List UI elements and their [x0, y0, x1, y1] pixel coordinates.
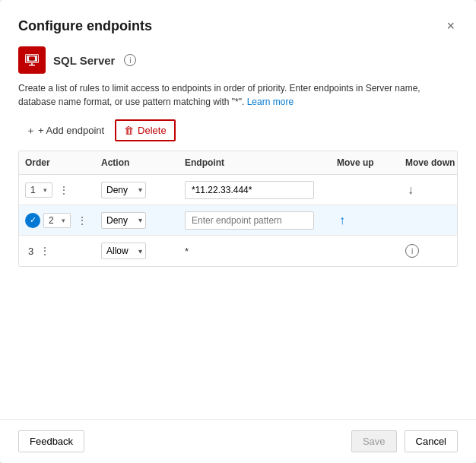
- action-cell-1: Deny Allow: [95, 177, 179, 203]
- endpoints-table: Order Action Endpoint Move up Move down …: [18, 151, 458, 267]
- order-value-1: 1: [30, 185, 36, 195]
- learn-more-link[interactable]: Learn more: [247, 97, 294, 107]
- order-cell-1: 1 ▾ ⋮: [19, 178, 95, 202]
- order-cell-2: ✓ 2 ▾ ⋮: [19, 208, 95, 233]
- order-chevron-1: ▾: [43, 186, 47, 194]
- order-chevron-2: ▾: [62, 217, 65, 224]
- save-button: Save: [351, 430, 397, 452]
- move-up-cell-2: ↑: [331, 207, 399, 234]
- action-select-3[interactable]: Allow Deny: [101, 243, 146, 259]
- row-menu-1[interactable]: ⋮: [56, 182, 72, 198]
- move-down-cell-2: [399, 216, 458, 225]
- delete-button[interactable]: 🗑 Delete: [115, 119, 176, 141]
- col-order: Order: [19, 157, 95, 168]
- cancel-button[interactable]: Cancel: [405, 430, 458, 452]
- order-value-3: 3: [25, 246, 33, 257]
- action-cell-3: Allow Deny: [95, 238, 179, 264]
- endpoint-input-1[interactable]: [185, 181, 314, 199]
- footer-right: Save Cancel: [351, 430, 458, 452]
- move-up-button-2[interactable]: ↑: [337, 211, 347, 230]
- table-row: 1 ▾ ⋮ Deny Allow: [19, 175, 457, 205]
- endpoint-cell-2: [179, 207, 331, 234]
- move-down-cell-3: i: [399, 239, 458, 262]
- col-move-up: Move up: [331, 157, 399, 168]
- service-info-icon[interactable]: i: [124, 54, 136, 66]
- endpoint-input-2[interactable]: [185, 211, 314, 230]
- action-select-2[interactable]: Deny Allow: [101, 212, 146, 229]
- order-box-2: 2 ▾: [43, 213, 71, 228]
- row-menu-3[interactable]: ⋮: [36, 243, 53, 258]
- footer-left: Feedback: [18, 430, 84, 452]
- move-down-cell-1: ↓: [399, 176, 458, 204]
- description-text: Create a list of rules to limit access t…: [18, 81, 458, 109]
- move-up-cell-1: [331, 186, 399, 195]
- feedback-button[interactable]: Feedback: [18, 430, 84, 452]
- trash-icon: 🗑: [124, 125, 134, 136]
- action-wrapper-3: Allow Deny: [101, 243, 146, 259]
- action-wrapper-1: Deny Allow: [101, 182, 146, 198]
- action-wrapper-2: Deny Allow: [101, 212, 146, 229]
- dialog-footer: Feedback Save Cancel: [0, 419, 476, 463]
- delete-label: Delete: [138, 125, 167, 136]
- add-endpoint-label: + Add endpoint: [38, 125, 104, 136]
- service-name: SQL Server: [53, 54, 115, 67]
- action-cell-2: Deny Allow: [95, 208, 179, 233]
- endpoint-cell-1: [179, 176, 331, 204]
- row-info-icon-3[interactable]: i: [405, 244, 419, 258]
- close-icon: ×: [446, 18, 455, 34]
- svg-point-5: [29, 59, 35, 60]
- action-select-1[interactable]: Deny Allow: [101, 182, 146, 198]
- plus-icon: ＋: [26, 124, 36, 138]
- endpoint-cell-3: *: [179, 241, 331, 262]
- order-cell-3: 3 ⋮: [19, 239, 95, 263]
- add-endpoint-button[interactable]: ＋ + Add endpoint: [18, 120, 112, 141]
- toolbar: ＋ + Add endpoint 🗑 Delete: [18, 119, 458, 141]
- move-down-button-1[interactable]: ↓: [405, 181, 416, 199]
- table-header: Order Action Endpoint Move up Move down: [19, 151, 457, 175]
- move-up-cell-3: [331, 246, 399, 255]
- sql-server-icon: [18, 46, 46, 74]
- order-value-2: 2: [49, 215, 54, 226]
- col-endpoint: Endpoint: [179, 157, 331, 168]
- dialog-header: Configure endpoints ×: [0, 0, 476, 46]
- close-button[interactable]: ×: [443, 15, 458, 37]
- col-move-down: Move down: [399, 157, 458, 168]
- svg-rect-7: [29, 65, 35, 66]
- configure-endpoints-dialog: Configure endpoints ×: [0, 0, 476, 463]
- dialog-title: Configure endpoints: [18, 18, 152, 34]
- endpoint-text-3: *: [185, 246, 189, 257]
- table-row: ✓ 2 ▾ ⋮ Deny Allow: [19, 205, 457, 236]
- order-box-1: 1 ▾: [25, 182, 52, 198]
- col-action: Action: [95, 157, 179, 168]
- table-row: 3 ⋮ Allow Deny *: [19, 236, 457, 266]
- row-menu-2[interactable]: ⋮: [74, 213, 90, 228]
- service-row: SQL Server i: [18, 46, 458, 74]
- selected-check-icon: ✓: [25, 213, 40, 228]
- dialog-body: SQL Server i Create a list of rules to l…: [0, 46, 476, 419]
